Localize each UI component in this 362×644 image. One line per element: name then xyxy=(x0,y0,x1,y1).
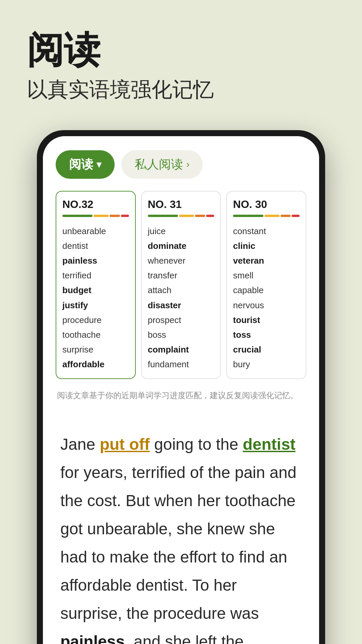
word-whenever: whenever xyxy=(148,253,215,268)
phone-container: 阅读 ▾ 私人阅读 › NO.32 xyxy=(0,130,362,644)
bar-yellow-31 xyxy=(179,215,194,217)
card-32-progress xyxy=(62,215,129,217)
page-root: 阅读 以真实语境强化记忆 阅读 ▾ 私人阅读 › xyxy=(0,0,362,644)
tab-reading-label: 阅读 xyxy=(69,156,93,173)
hint-text: 阅读文章基于你的近期单词学习进度匹配，建议反复阅读强化记忆。 xyxy=(56,389,306,402)
word-painless: painless xyxy=(62,253,129,268)
word-toss: toss xyxy=(233,327,300,342)
card-31-progress xyxy=(148,215,215,217)
chevron-down-icon: ▾ xyxy=(97,159,101,170)
word-card-30[interactable]: NO. 30 constant clinic veteran xyxy=(226,191,306,379)
word-veteran: veteran xyxy=(233,253,300,268)
bar-red-30 xyxy=(292,215,300,217)
card-30-progress xyxy=(233,215,300,217)
page-title: 阅读 xyxy=(27,30,335,71)
reading-text: Jane put off going to the dentist for ye… xyxy=(60,430,302,644)
word-surprise: surprise xyxy=(62,342,129,357)
word-procedure: procedure xyxy=(62,313,129,327)
word-list-31: juice dominate whenever transfer attach … xyxy=(148,224,215,372)
word-list-30: constant clinic veteran smell capable ne… xyxy=(233,224,300,372)
word-prospect: prospect xyxy=(148,313,215,327)
word-card-31[interactable]: NO. 31 juice dominate whenever xyxy=(141,191,221,379)
word-smell: smell xyxy=(233,268,300,283)
word-fundament: fundament xyxy=(148,357,215,372)
word-list-32: unbearable dentist painless terrified bu… xyxy=(62,224,129,372)
word-card-32[interactable]: NO.32 unbearable dentist painless xyxy=(56,191,136,379)
word-juice: juice xyxy=(148,224,215,238)
word-dentist: dentist xyxy=(62,238,129,253)
bar-red-31 xyxy=(206,215,214,217)
card-32-number: NO.32 xyxy=(62,198,129,211)
bar-orange xyxy=(110,215,120,217)
word-boss: boss xyxy=(148,327,215,342)
word-clinic: clinic xyxy=(233,238,300,253)
cards-row: NO.32 unbearable dentist painless xyxy=(56,191,306,379)
chevron-right-icon: › xyxy=(186,159,189,170)
highlight-put-off: put off xyxy=(100,435,149,453)
bar-red xyxy=(121,215,129,217)
tab-private-reading[interactable]: 私人阅读 › xyxy=(121,150,203,179)
word-unbearable: unbearable xyxy=(62,224,129,238)
highlight-dentist: dentist xyxy=(243,435,295,453)
tab-reading-active[interactable]: 阅读 ▾ xyxy=(56,150,115,179)
bar-green-30 xyxy=(233,215,263,217)
bar-green-31 xyxy=(148,215,178,217)
card-30-number: NO. 30 xyxy=(233,198,300,211)
word-complaint: complaint xyxy=(148,342,215,357)
word-attach: attach xyxy=(148,283,215,298)
bar-orange-30 xyxy=(281,215,291,217)
bar-yellow-30 xyxy=(264,215,280,217)
word-terrified: terrified xyxy=(62,268,129,283)
word-transfer: transfer xyxy=(148,268,215,283)
bold-painless: painless xyxy=(60,633,125,644)
word-crucial: crucial xyxy=(233,342,300,357)
word-capable: capable xyxy=(233,283,300,298)
header-section: 阅读 以真实语境强化记忆 xyxy=(0,0,362,117)
tab-bar: 阅读 ▾ 私人阅读 › xyxy=(56,150,306,179)
word-toothache: toothache xyxy=(62,327,129,342)
bar-orange-31 xyxy=(195,215,205,217)
word-bury: bury xyxy=(233,357,300,372)
word-justify: justify xyxy=(62,298,129,313)
word-tourist: tourist xyxy=(233,313,300,327)
card-31-number: NO. 31 xyxy=(148,198,215,211)
word-dominate: dominate xyxy=(148,238,215,253)
phone-frame: 阅读 ▾ 私人阅读 › NO.32 xyxy=(37,130,325,644)
bar-green xyxy=(62,215,93,217)
word-constant: constant xyxy=(233,224,300,238)
tab-private-label: 私人阅读 xyxy=(135,156,183,173)
word-budget: budget xyxy=(62,283,129,298)
word-nervous: nervous xyxy=(233,298,300,313)
bar-yellow xyxy=(94,215,109,217)
phone-screen: 阅读 ▾ 私人阅读 › NO.32 xyxy=(43,136,319,644)
word-affordable: affordable xyxy=(62,357,129,372)
word-disaster: disaster xyxy=(148,298,215,313)
page-subtitle: 以真实语境强化记忆 xyxy=(27,76,335,103)
